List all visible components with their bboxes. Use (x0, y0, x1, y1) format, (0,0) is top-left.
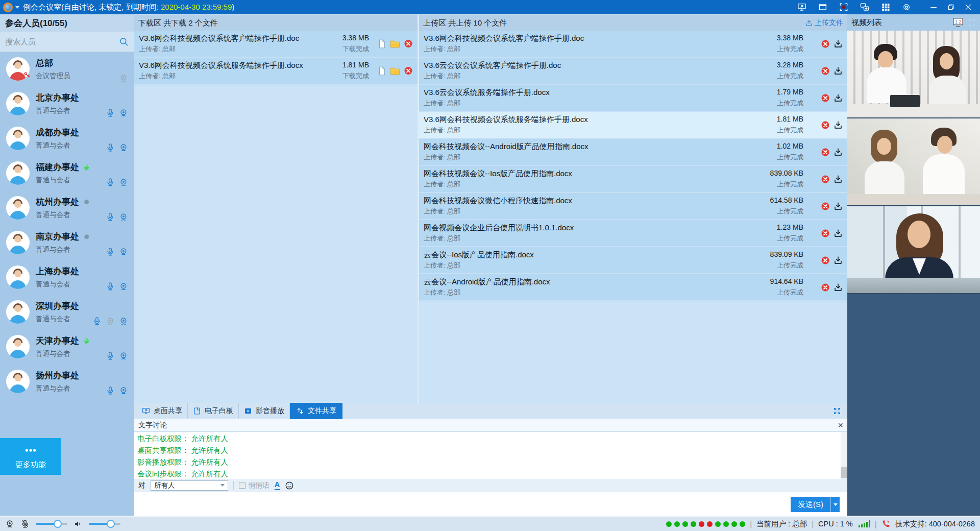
chat-input-area[interactable]: 发送(S) (134, 492, 847, 516)
download-file-icon[interactable] (834, 202, 843, 211)
screen-share-icon[interactable] (795, 2, 808, 13)
upload-file-row[interactable]: 网会科技视频会议微信小程序快速指南.docx 上传者: 总部 614.58 KB… (419, 193, 847, 219)
close-button[interactable] (960, 2, 977, 13)
delete-file-icon[interactable] (404, 39, 413, 49)
record-icon[interactable] (837, 2, 850, 13)
window-mode-icon[interactable] (816, 2, 829, 13)
webcam-icon[interactable] (119, 143, 128, 152)
delete-file-icon[interactable] (821, 283, 830, 292)
mic-icon[interactable] (106, 178, 115, 187)
mic-icon[interactable] (106, 143, 115, 152)
delete-file-icon[interactable] (821, 66, 830, 76)
webcam-icon[interactable] (119, 282, 128, 291)
video-thumbnail[interactable] (847, 118, 980, 206)
share-tab[interactable]: 桌面共享 (137, 403, 188, 419)
download-file-icon[interactable] (834, 39, 843, 49)
participant-row[interactable]: 扬州办事处 普通与会者 (0, 365, 134, 399)
delete-file-icon[interactable] (821, 256, 830, 265)
webcam-icon[interactable] (119, 351, 128, 360)
whisper-checkbox[interactable] (239, 482, 246, 489)
grid-layout-icon[interactable] (879, 2, 892, 13)
share-tab[interactable]: 文件共享 (290, 403, 342, 419)
mic-icon[interactable] (106, 247, 115, 256)
send-button[interactable]: 发送(S) (791, 497, 830, 512)
chevron-down-icon[interactable] (15, 6, 19, 11)
download-file-icon[interactable] (834, 229, 843, 238)
webcam-icon[interactable] (119, 247, 128, 256)
webcam-off-icon[interactable] (119, 74, 128, 83)
open-file-icon[interactable] (378, 39, 386, 49)
participant-row[interactable]: 福建办事处 普通与会者 (0, 156, 134, 191)
open-folder-icon[interactable] (390, 39, 400, 48)
settings-gear-icon[interactable] (900, 2, 913, 13)
delete-file-icon[interactable] (821, 202, 830, 211)
participant-row[interactable]: 上海办事处 普通与会者 (0, 260, 134, 295)
participant-row[interactable]: 深圳办事处 普通与会者 (0, 295, 134, 330)
webcam-icon[interactable] (119, 212, 128, 222)
participant-row[interactable]: 南京办事处 普通与会者 (0, 226, 134, 260)
mic-icon[interactable] (106, 212, 115, 222)
webcam-off-icon[interactable] (106, 317, 115, 326)
chat-close-icon[interactable]: × (838, 421, 843, 430)
share-tab[interactable]: 影音播放 (239, 403, 290, 419)
mic-icon[interactable] (106, 108, 115, 117)
upload-file-row[interactable]: V3.6网会科技视频会议系统服务端操作手册.docx 上传者: 总部 1.81 … (419, 112, 847, 138)
send-options-caret[interactable] (830, 497, 840, 512)
speaker-volume-slider[interactable] (89, 523, 120, 525)
emoji-button[interactable] (285, 481, 294, 490)
upload-file-row[interactable]: V3.6云会议系统服务端操作手册.docx 上传者: 总部 1.79 MB 上传… (419, 85, 847, 111)
open-folder-icon[interactable] (390, 66, 400, 75)
download-file-icon[interactable] (834, 256, 843, 265)
speaker-icon[interactable] (74, 519, 83, 528)
upload-file-row[interactable]: 云会议--Android版产品使用指南.docx 上传者: 总部 914.64 … (419, 274, 847, 300)
scrollbar-thumb[interactable] (841, 467, 847, 478)
download-file-icon[interactable] (834, 148, 843, 157)
share-tab[interactable]: 电子白板 (188, 403, 239, 419)
video-thumbnail[interactable] (847, 31, 980, 118)
upload-file-row[interactable]: 网会科技视频会议--Android版产品使用指南.docx 上传者: 总部 1.… (419, 139, 847, 165)
participant-row[interactable]: 北京办事处 普通与会者 (0, 87, 134, 122)
search-icon[interactable] (119, 37, 129, 47)
restore-button[interactable] (942, 2, 960, 13)
download-file-row[interactable]: V3.6网会科技视频会议系统客户端操作手册.doc 上传者: 总部 3.38 M… (134, 31, 418, 57)
mic-icon[interactable] (92, 317, 102, 326)
participant-row[interactable]: 杭州办事处 普通与会者 (0, 191, 134, 226)
sync-screens-icon[interactable] (858, 2, 871, 13)
mic-volume-slider[interactable] (36, 523, 67, 525)
sidebar-action-button[interactable]: 更多功能 (0, 438, 61, 475)
delete-file-icon[interactable] (821, 93, 830, 103)
upload-file-row[interactable]: V3.6云会议会议系统客户端操作手册.doc 上传者: 总部 3.28 MB 上… (419, 58, 847, 84)
download-file-icon[interactable] (834, 283, 843, 292)
delete-file-icon[interactable] (821, 229, 830, 238)
upload-file-button[interactable]: 上传文件 (805, 18, 843, 28)
expand-fullscreen-icon[interactable] (833, 407, 841, 415)
delete-file-icon[interactable] (821, 120, 830, 130)
webcam-icon[interactable] (119, 108, 128, 117)
download-file-icon[interactable] (834, 66, 843, 76)
video-layout-icon[interactable]: 12 (952, 17, 964, 28)
mic-icon[interactable] (106, 351, 115, 360)
chat-scrollbar[interactable] (841, 432, 847, 479)
download-file-icon[interactable] (834, 175, 843, 184)
participant-row[interactable]: 总部 会议管理员 (0, 52, 134, 87)
delete-file-icon[interactable] (404, 66, 413, 76)
webcam-icon[interactable] (119, 317, 128, 326)
webcam-icon[interactable] (119, 386, 128, 395)
participant-row[interactable]: 天津办事处 普通与会者 (0, 330, 134, 365)
font-style-button[interactable]: A (275, 480, 280, 490)
recipient-select[interactable]: 所有人 (151, 480, 228, 491)
delete-file-icon[interactable] (821, 175, 830, 184)
upload-file-row[interactable]: 网会科技视频会议--Ios版产品使用指南.docx 上传者: 总部 839.08… (419, 166, 847, 192)
download-file-row[interactable]: V3.6网会科技视频会议系统服务端操作手册.docx 上传者: 总部 1.81 … (134, 58, 418, 84)
delete-file-icon[interactable] (821, 148, 830, 157)
participant-row[interactable]: 成都办事处 普通与会者 (0, 122, 134, 156)
open-file-icon[interactable] (378, 66, 386, 76)
upload-file-row[interactable]: 网会视频会议企业后台使用说明书1.0.1.docx 上传者: 总部 1.23 M… (419, 220, 847, 246)
video-thumbnail[interactable] (847, 206, 980, 294)
mic-icon[interactable] (106, 282, 115, 291)
download-file-icon[interactable] (834, 93, 843, 103)
mic-icon[interactable] (106, 386, 115, 395)
delete-file-icon[interactable] (821, 39, 830, 49)
upload-file-row[interactable]: 云会议--Ios版产品使用指南.docx 上传者: 总部 839.09 KB 上… (419, 247, 847, 273)
minimize-button[interactable] (925, 2, 942, 13)
